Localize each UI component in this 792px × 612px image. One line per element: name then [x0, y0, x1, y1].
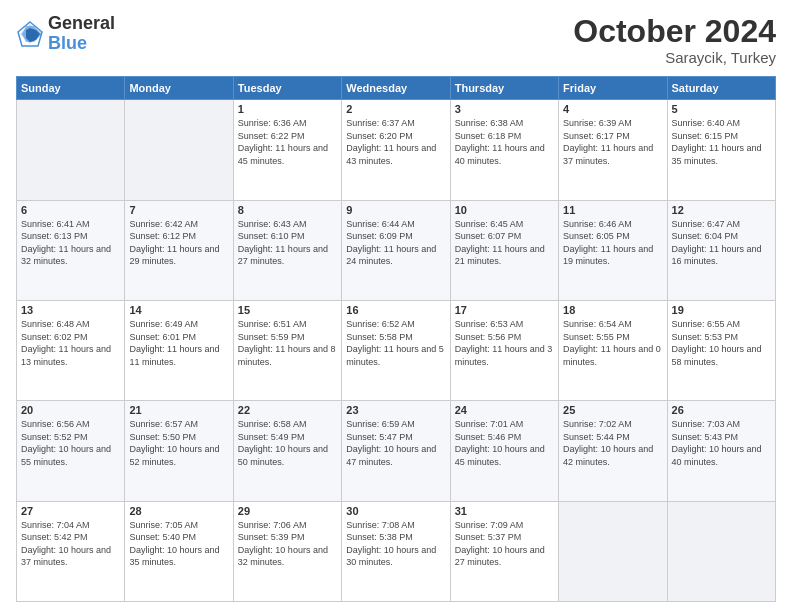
- week-row-1: 1Sunrise: 6:36 AMSunset: 6:22 PMDaylight…: [17, 100, 776, 200]
- location: Saraycik, Turkey: [573, 49, 776, 66]
- day-number: 11: [563, 204, 662, 216]
- calendar-cell: 6Sunrise: 6:41 AMSunset: 6:13 PMDaylight…: [17, 200, 125, 300]
- calendar-cell: 17Sunrise: 6:53 AMSunset: 5:56 PMDayligh…: [450, 300, 558, 400]
- cell-content: Sunrise: 7:05 AMSunset: 5:40 PMDaylight:…: [129, 519, 228, 569]
- calendar-cell: [667, 501, 775, 601]
- day-number: 23: [346, 404, 445, 416]
- cell-content: Sunrise: 6:43 AMSunset: 6:10 PMDaylight:…: [238, 218, 337, 268]
- day-number: 22: [238, 404, 337, 416]
- day-number: 10: [455, 204, 554, 216]
- calendar-cell: 8Sunrise: 6:43 AMSunset: 6:10 PMDaylight…: [233, 200, 341, 300]
- cell-content: Sunrise: 6:55 AMSunset: 5:53 PMDaylight:…: [672, 318, 771, 368]
- cell-content: Sunrise: 7:03 AMSunset: 5:43 PMDaylight:…: [672, 418, 771, 468]
- day-number: 5: [672, 103, 771, 115]
- cell-content: Sunrise: 6:46 AMSunset: 6:05 PMDaylight:…: [563, 218, 662, 268]
- day-number: 4: [563, 103, 662, 115]
- month-title: October 2024: [573, 14, 776, 49]
- page: General Blue October 2024 Saraycik, Turk…: [0, 0, 792, 612]
- calendar-cell: 9Sunrise: 6:44 AMSunset: 6:09 PMDaylight…: [342, 200, 450, 300]
- calendar-cell: 19Sunrise: 6:55 AMSunset: 5:53 PMDayligh…: [667, 300, 775, 400]
- calendar-cell: 30Sunrise: 7:08 AMSunset: 5:38 PMDayligh…: [342, 501, 450, 601]
- calendar-cell: [17, 100, 125, 200]
- weekday-header-row: SundayMondayTuesdayWednesdayThursdayFrid…: [17, 77, 776, 100]
- week-row-5: 27Sunrise: 7:04 AMSunset: 5:42 PMDayligh…: [17, 501, 776, 601]
- logo: General Blue: [16, 14, 115, 54]
- weekday-header-sunday: Sunday: [17, 77, 125, 100]
- week-row-4: 20Sunrise: 6:56 AMSunset: 5:52 PMDayligh…: [17, 401, 776, 501]
- calendar-cell: 1Sunrise: 6:36 AMSunset: 6:22 PMDaylight…: [233, 100, 341, 200]
- weekday-header-wednesday: Wednesday: [342, 77, 450, 100]
- cell-content: Sunrise: 6:57 AMSunset: 5:50 PMDaylight:…: [129, 418, 228, 468]
- cell-content: Sunrise: 7:06 AMSunset: 5:39 PMDaylight:…: [238, 519, 337, 569]
- cell-content: Sunrise: 6:36 AMSunset: 6:22 PMDaylight:…: [238, 117, 337, 167]
- calendar-cell: 10Sunrise: 6:45 AMSunset: 6:07 PMDayligh…: [450, 200, 558, 300]
- day-number: 6: [21, 204, 120, 216]
- day-number: 28: [129, 505, 228, 517]
- cell-content: Sunrise: 6:44 AMSunset: 6:09 PMDaylight:…: [346, 218, 445, 268]
- day-number: 9: [346, 204, 445, 216]
- day-number: 20: [21, 404, 120, 416]
- cell-content: Sunrise: 7:04 AMSunset: 5:42 PMDaylight:…: [21, 519, 120, 569]
- day-number: 3: [455, 103, 554, 115]
- cell-content: Sunrise: 7:01 AMSunset: 5:46 PMDaylight:…: [455, 418, 554, 468]
- cell-content: Sunrise: 6:51 AMSunset: 5:59 PMDaylight:…: [238, 318, 337, 368]
- cell-content: Sunrise: 6:48 AMSunset: 6:02 PMDaylight:…: [21, 318, 120, 368]
- cell-content: Sunrise: 7:02 AMSunset: 5:44 PMDaylight:…: [563, 418, 662, 468]
- cell-content: Sunrise: 7:08 AMSunset: 5:38 PMDaylight:…: [346, 519, 445, 569]
- cell-content: Sunrise: 6:37 AMSunset: 6:20 PMDaylight:…: [346, 117, 445, 167]
- day-number: 15: [238, 304, 337, 316]
- calendar-cell: 16Sunrise: 6:52 AMSunset: 5:58 PMDayligh…: [342, 300, 450, 400]
- day-number: 29: [238, 505, 337, 517]
- calendar-cell: 21Sunrise: 6:57 AMSunset: 5:50 PMDayligh…: [125, 401, 233, 501]
- calendar-cell: 2Sunrise: 6:37 AMSunset: 6:20 PMDaylight…: [342, 100, 450, 200]
- calendar-cell: 26Sunrise: 7:03 AMSunset: 5:43 PMDayligh…: [667, 401, 775, 501]
- cell-content: Sunrise: 6:49 AMSunset: 6:01 PMDaylight:…: [129, 318, 228, 368]
- day-number: 30: [346, 505, 445, 517]
- day-number: 16: [346, 304, 445, 316]
- day-number: 24: [455, 404, 554, 416]
- calendar-cell: 3Sunrise: 6:38 AMSunset: 6:18 PMDaylight…: [450, 100, 558, 200]
- calendar-cell: 24Sunrise: 7:01 AMSunset: 5:46 PMDayligh…: [450, 401, 558, 501]
- day-number: 12: [672, 204, 771, 216]
- calendar-cell: 25Sunrise: 7:02 AMSunset: 5:44 PMDayligh…: [559, 401, 667, 501]
- day-number: 13: [21, 304, 120, 316]
- day-number: 26: [672, 404, 771, 416]
- cell-content: Sunrise: 6:41 AMSunset: 6:13 PMDaylight:…: [21, 218, 120, 268]
- logo-text: General Blue: [48, 14, 115, 54]
- weekday-header-saturday: Saturday: [667, 77, 775, 100]
- calendar-cell: 7Sunrise: 6:42 AMSunset: 6:12 PMDaylight…: [125, 200, 233, 300]
- day-number: 7: [129, 204, 228, 216]
- calendar-cell: 28Sunrise: 7:05 AMSunset: 5:40 PMDayligh…: [125, 501, 233, 601]
- weekday-header-friday: Friday: [559, 77, 667, 100]
- calendar-cell: [559, 501, 667, 601]
- cell-content: Sunrise: 7:09 AMSunset: 5:37 PMDaylight:…: [455, 519, 554, 569]
- cell-content: Sunrise: 6:39 AMSunset: 6:17 PMDaylight:…: [563, 117, 662, 167]
- calendar-cell: 18Sunrise: 6:54 AMSunset: 5:55 PMDayligh…: [559, 300, 667, 400]
- week-row-2: 6Sunrise: 6:41 AMSunset: 6:13 PMDaylight…: [17, 200, 776, 300]
- calendar-cell: 13Sunrise: 6:48 AMSunset: 6:02 PMDayligh…: [17, 300, 125, 400]
- day-number: 31: [455, 505, 554, 517]
- day-number: 21: [129, 404, 228, 416]
- cell-content: Sunrise: 6:54 AMSunset: 5:55 PMDaylight:…: [563, 318, 662, 368]
- calendar-cell: 20Sunrise: 6:56 AMSunset: 5:52 PMDayligh…: [17, 401, 125, 501]
- logo-line1: General: [48, 14, 115, 34]
- calendar-table: SundayMondayTuesdayWednesdayThursdayFrid…: [16, 76, 776, 602]
- cell-content: Sunrise: 6:38 AMSunset: 6:18 PMDaylight:…: [455, 117, 554, 167]
- cell-content: Sunrise: 6:40 AMSunset: 6:15 PMDaylight:…: [672, 117, 771, 167]
- header: General Blue October 2024 Saraycik, Turk…: [16, 14, 776, 66]
- calendar-cell: 23Sunrise: 6:59 AMSunset: 5:47 PMDayligh…: [342, 401, 450, 501]
- day-number: 25: [563, 404, 662, 416]
- cell-content: Sunrise: 6:58 AMSunset: 5:49 PMDaylight:…: [238, 418, 337, 468]
- cell-content: Sunrise: 6:47 AMSunset: 6:04 PMDaylight:…: [672, 218, 771, 268]
- title-block: October 2024 Saraycik, Turkey: [573, 14, 776, 66]
- day-number: 14: [129, 304, 228, 316]
- calendar-cell: 12Sunrise: 6:47 AMSunset: 6:04 PMDayligh…: [667, 200, 775, 300]
- weekday-header-tuesday: Tuesday: [233, 77, 341, 100]
- calendar-cell: 15Sunrise: 6:51 AMSunset: 5:59 PMDayligh…: [233, 300, 341, 400]
- cell-content: Sunrise: 6:52 AMSunset: 5:58 PMDaylight:…: [346, 318, 445, 368]
- calendar-cell: 31Sunrise: 7:09 AMSunset: 5:37 PMDayligh…: [450, 501, 558, 601]
- cell-content: Sunrise: 6:45 AMSunset: 6:07 PMDaylight:…: [455, 218, 554, 268]
- logo-icon: [16, 20, 44, 48]
- calendar-cell: 14Sunrise: 6:49 AMSunset: 6:01 PMDayligh…: [125, 300, 233, 400]
- day-number: 1: [238, 103, 337, 115]
